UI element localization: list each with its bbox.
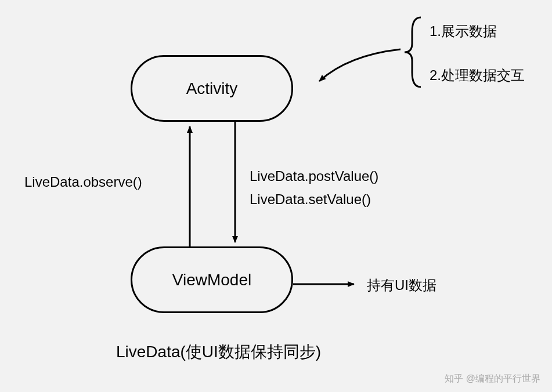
responsibility-item-2: 2.处理数据交互 <box>430 66 525 85</box>
viewmodel-label: ViewModel <box>172 271 251 289</box>
setvalue-label: LiveData.setValue() <box>250 191 371 208</box>
holds-ui-data-label: 持有UI数据 <box>367 276 436 295</box>
activity-label: Activity <box>186 79 238 98</box>
observe-label: LiveData.observe() <box>24 174 142 190</box>
postvalue-label: LiveData.postValue() <box>250 168 378 184</box>
responsibility-item-1: 1.展示数据 <box>430 22 497 41</box>
architecture-diagram: Activity ViewModel LiveData.observe() Li… <box>0 0 552 392</box>
watermark: 知乎 @编程的平行世界 <box>445 373 540 385</box>
activity-node: Activity <box>131 55 293 122</box>
viewmodel-node: ViewModel <box>131 246 293 313</box>
diagram-caption: LiveData(使UI数据保持同步) <box>116 341 321 363</box>
